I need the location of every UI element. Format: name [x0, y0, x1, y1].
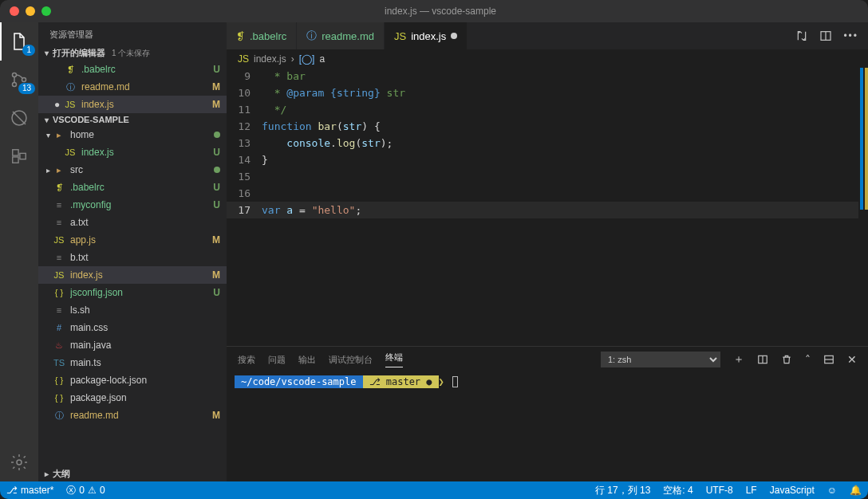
- maximize-panel-icon[interactable]: [823, 354, 834, 365]
- more-actions-icon[interactable]: •••: [843, 30, 858, 41]
- editor-group: ❡.babelrcⓘreadme.mdJSindex.js ••• JS ind…: [227, 22, 868, 481]
- line-number: 9: [227, 68, 262, 84]
- code-line[interactable]: 11 */: [227, 101, 858, 118]
- code-line[interactable]: 17var a = "hello";: [227, 202, 858, 218]
- status-language[interactable]: JavaScript: [763, 485, 821, 496]
- folder-item[interactable]: ▸src: [38, 161, 227, 179]
- md-icon: ⓘ: [53, 410, 65, 422]
- open-editor-item[interactable]: ⓘreadme.mdM: [38, 78, 227, 96]
- code-editor[interactable]: 9 * bar10 * @param {string} str11 */12fu…: [227, 68, 868, 346]
- json-icon: { }: [53, 288, 65, 297]
- chevron-right-icon: ›: [291, 53, 294, 65]
- status-branch[interactable]: ⎇ master*: [0, 485, 60, 496]
- status-encoding[interactable]: UTF-8: [700, 485, 740, 496]
- code-line[interactable]: 13 console.log(str);: [227, 135, 858, 151]
- git-status: M: [212, 234, 220, 246]
- txt-icon: ≡: [53, 218, 65, 227]
- editor-tab[interactable]: ❡.babelrc: [227, 22, 297, 49]
- new-terminal-icon[interactable]: ＋: [733, 352, 744, 367]
- file-label: src: [70, 164, 214, 175]
- code-line[interactable]: 15: [227, 168, 858, 185]
- git-status: U: [213, 147, 220, 158]
- chevron-right-icon: [43, 166, 53, 175]
- status-indent[interactable]: 空格: 4: [657, 484, 699, 497]
- file-item[interactable]: ≡b.txt: [38, 249, 227, 266]
- txt-icon: ≡: [53, 253, 65, 262]
- file-item[interactable]: #main.css: [38, 319, 227, 336]
- activity-scm[interactable]: 13: [0, 61, 38, 99]
- code-line[interactable]: 14}: [227, 151, 858, 168]
- line-content: }: [262, 151, 268, 168]
- file-item[interactable]: JSindex.jsM: [38, 266, 227, 284]
- editor-tabs: ❡.babelrcⓘreadme.mdJSindex.js •••: [227, 22, 868, 50]
- file-tree: ▸homeJSindex.jsU▸src❡.babelrcU≡.myconfig…: [38, 126, 227, 466]
- split-editor-icon[interactable]: [819, 29, 832, 42]
- terminal[interactable]: ~/code/vscode-sample ⎇ master ● ❯: [227, 372, 868, 481]
- panel-tab-problems[interactable]: 问题: [268, 354, 286, 366]
- kill-terminal-icon[interactable]: [781, 354, 792, 365]
- json-icon: { }: [53, 375, 65, 385]
- file-label: package-lock.json: [70, 375, 220, 386]
- zoom-window-button[interactable]: [41, 6, 51, 16]
- activity-extensions[interactable]: [0, 137, 38, 175]
- file-item[interactable]: JSapp.jsM: [38, 231, 227, 249]
- close-panel-icon[interactable]: ✕: [847, 353, 857, 366]
- line-number: 16: [227, 185, 262, 202]
- file-item[interactable]: ❡.babelrcU: [38, 179, 227, 196]
- txt-icon: ≡: [53, 305, 65, 315]
- editor-tab[interactable]: JSindex.js: [385, 22, 468, 49]
- panel-tab-output[interactable]: 输出: [298, 354, 316, 366]
- file-item[interactable]: ≡a.txt: [38, 214, 227, 231]
- file-item[interactable]: ≡ls.sh: [38, 301, 227, 319]
- crumb-file[interactable]: index.js: [254, 53, 286, 65]
- open-editor-item[interactable]: ❡.babelrcU: [38, 61, 227, 78]
- titlebar: index.js — vscode-sample: [0, 0, 868, 22]
- code-line[interactable]: 12function bar(str) {: [227, 118, 858, 135]
- activity-debug[interactable]: [0, 99, 38, 137]
- status-eol[interactable]: LF: [740, 485, 763, 496]
- file-label: readme.md: [81, 81, 212, 92]
- workspace-header[interactable]: VSCODE-SAMPLE: [38, 113, 227, 126]
- status-warnings: 0: [100, 485, 105, 496]
- panel-tab-search[interactable]: 搜索: [238, 354, 255, 366]
- compare-changes-icon[interactable]: [795, 29, 808, 42]
- js-icon: JS: [53, 270, 65, 280]
- code-line[interactable]: 9 * bar: [227, 68, 858, 84]
- file-item[interactable]: { }jsconfig.jsonU: [38, 284, 227, 301]
- folder-item[interactable]: ▸home: [38, 126, 227, 143]
- file-item[interactable]: { }package.json: [38, 389, 227, 407]
- file-item[interactable]: JSindex.jsU: [38, 143, 227, 161]
- panel-up-icon[interactable]: ˄: [805, 353, 811, 366]
- babel-icon: ❡: [64, 65, 77, 75]
- crumb-symbol[interactable]: a: [319, 53, 325, 65]
- status-problems[interactable]: ⓧ0 ⚠0: [60, 484, 111, 497]
- activity-settings[interactable]: [0, 443, 38, 481]
- status-cursor-position[interactable]: 行 17，列 13: [589, 484, 657, 497]
- editor-tab[interactable]: ⓘreadme.md: [297, 22, 385, 49]
- minimize-window-button[interactable]: [26, 6, 35, 16]
- status-bell-icon[interactable]: 🔔: [843, 485, 868, 496]
- overview-ruler-scm: [863, 68, 868, 346]
- activity-explorer[interactable]: 1: [0, 22, 38, 61]
- panel-tab-debug[interactable]: 调试控制台: [329, 354, 373, 366]
- file-item[interactable]: ⓘreadme.mdM: [38, 407, 227, 424]
- outline-header[interactable]: 大纲: [38, 466, 227, 481]
- line-content: * bar: [262, 68, 306, 84]
- close-window-button[interactable]: [10, 6, 19, 16]
- open-editors-meta: 1 个未保存: [112, 48, 150, 59]
- open-editor-item[interactable]: ●JSindex.jsM: [38, 96, 227, 113]
- terminal-selector[interactable]: 1: zsh: [601, 352, 720, 367]
- status-branch-label: master*: [21, 485, 53, 496]
- file-item[interactable]: { }package-lock.json: [38, 371, 227, 389]
- panel-tab-terminal[interactable]: 终端: [385, 352, 403, 367]
- split-terminal-icon[interactable]: [757, 354, 768, 365]
- code-line[interactable]: 10 * @param {string} str: [227, 84, 858, 101]
- file-item[interactable]: TSmain.ts: [38, 354, 227, 371]
- file-item[interactable]: ≡.myconfigU: [38, 196, 227, 214]
- breadcrumbs[interactable]: JS index.js › [◯] a: [227, 50, 868, 68]
- code-line[interactable]: 16: [227, 185, 858, 202]
- open-editors-header[interactable]: 打开的编辑器 1 个未保存: [38, 45, 227, 61]
- md-icon: ⓘ: [306, 29, 317, 43]
- file-item[interactable]: ♨main.java: [38, 336, 227, 354]
- status-feedback-icon[interactable]: ☺: [821, 485, 843, 496]
